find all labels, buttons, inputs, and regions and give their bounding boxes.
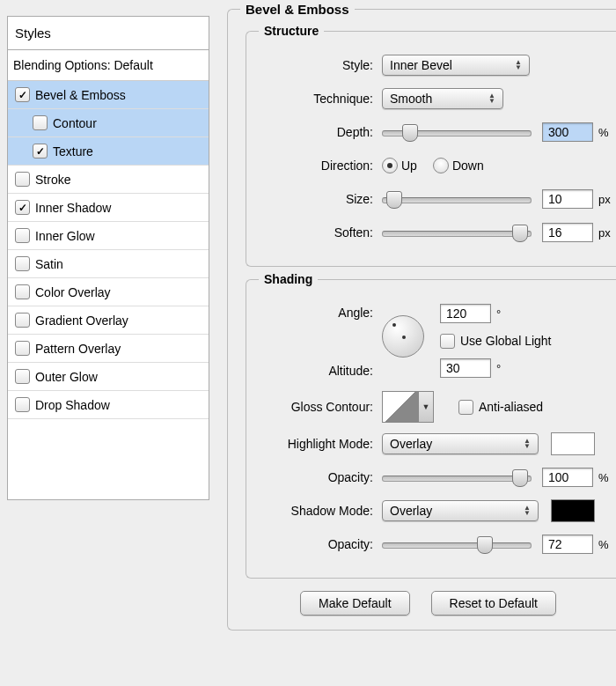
shading-legend: Shading: [259, 272, 318, 286]
structure-group: Structure Style: Inner Bevel ▲▼ Techniqu…: [246, 31, 616, 267]
highlight-opacity-label: Opacity:: [259, 470, 382, 484]
style-checkbox[interactable]: [15, 172, 30, 187]
style-checkbox[interactable]: [15, 369, 30, 384]
panel-title: Bevel & Emboss: [240, 2, 355, 17]
sidebar-item[interactable]: Inner Glow: [8, 222, 209, 250]
shading-group: Shading Angle: Altitude: °: [246, 279, 616, 579]
global-light-checkbox[interactable]: [440, 334, 455, 349]
shadow-mode-label: Shadow Mode:: [259, 504, 382, 518]
sidebar-item-label: Texture: [53, 144, 93, 159]
soften-slider[interactable]: [382, 225, 532, 240]
soften-input[interactable]: [542, 223, 593, 242]
style-checkbox[interactable]: [15, 397, 30, 412]
sidebar-item-label: Bevel & Emboss: [35, 88, 126, 102]
sidebar-item-label: Inner Shadow: [35, 201, 111, 215]
sidebar-item[interactable]: Inner Shadow: [8, 194, 209, 222]
sidebar-item-label: Stroke: [35, 173, 70, 187]
select-arrows-icon: ▲▼: [524, 505, 531, 516]
shadow-color-swatch[interactable]: [551, 499, 595, 522]
shadow-opacity-slider[interactable]: [382, 536, 532, 552]
style-checkbox[interactable]: [15, 87, 30, 102]
sidebar-item[interactable]: Contour: [8, 109, 209, 137]
shadow-opacity-input[interactable]: [542, 535, 593, 554]
style-checkbox[interactable]: [15, 284, 30, 299]
highlight-color-swatch[interactable]: [551, 432, 595, 455]
sidebar-item[interactable]: Stroke: [8, 166, 209, 194]
sidebar-item[interactable]: Satin: [8, 250, 209, 278]
highlight-opacity-slider[interactable]: [382, 469, 532, 485]
size-label: Size:: [259, 192, 382, 206]
style-checkbox[interactable]: [15, 341, 30, 356]
altitude-input[interactable]: [440, 358, 491, 378]
highlight-mode-label: Highlight Mode:: [259, 437, 382, 451]
highlight-mode-select[interactable]: Overlay ▲▼: [382, 433, 539, 454]
styles-sidebar: Styles Blending Options: Default Bevel &…: [7, 16, 209, 500]
sidebar-item[interactable]: Color Overlay: [8, 278, 209, 306]
direction-label: Direction:: [259, 159, 382, 173]
direction-up-radio[interactable]: [382, 158, 398, 173]
sidebar-item[interactable]: Pattern Overlay: [8, 335, 209, 363]
sidebar-item-label: Outer Glow: [35, 370, 98, 384]
soften-unit: px: [598, 226, 611, 240]
sidebar-item-label: Drop Shadow: [35, 398, 110, 412]
depth-label: Depth:: [259, 125, 382, 139]
anti-aliased-checkbox[interactable]: [458, 400, 473, 415]
sidebar-item-label: Pattern Overlay: [35, 342, 121, 356]
style-checkbox[interactable]: [33, 144, 48, 159]
angle-unit: °: [496, 307, 501, 321]
percent-unit: %: [598, 538, 609, 551]
depth-input[interactable]: [542, 122, 593, 142]
blending-options-row[interactable]: Blending Options: Default: [8, 50, 209, 81]
shadow-mode-select[interactable]: Overlay ▲▼: [382, 500, 539, 521]
gloss-contour-swatch[interactable]: [382, 391, 419, 423]
select-arrows-icon: ▲▼: [515, 60, 522, 70]
select-arrows-icon: ▲▼: [524, 439, 531, 449]
angle-label: Angle:: [259, 301, 373, 324]
direction-down-label: Down: [452, 159, 484, 173]
gloss-contour-dropdown[interactable]: ▼: [419, 391, 434, 423]
reset-default-button[interactable]: Reset to Default: [431, 591, 556, 616]
angle-input[interactable]: [440, 304, 491, 323]
bevel-emboss-panel: Bevel & Emboss Structure Style: Inner Be…: [227, 9, 616, 631]
sidebar-item-label: Inner Glow: [35, 229, 95, 243]
shadow-mode-value: Overlay: [390, 504, 432, 518]
size-slider[interactable]: [382, 191, 532, 207]
style-checkbox[interactable]: [15, 228, 30, 243]
highlight-opacity-input[interactable]: [542, 468, 593, 487]
style-value: Inner Bevel: [390, 58, 452, 72]
style-checkbox[interactable]: [15, 256, 30, 271]
style-checkbox[interactable]: [15, 200, 30, 215]
direction-down-radio[interactable]: [433, 158, 449, 173]
altitude-unit: °: [496, 362, 501, 375]
sidebar-item[interactable]: Bevel & Emboss: [8, 81, 209, 109]
technique-select[interactable]: Smooth ▲▼: [382, 88, 503, 109]
angle-dial[interactable]: [382, 315, 424, 358]
make-default-button[interactable]: Make Default: [300, 591, 409, 616]
style-checkbox[interactable]: [15, 313, 30, 328]
depth-slider[interactable]: [382, 124, 532, 140]
anti-aliased-label: Anti-aliased: [479, 400, 543, 414]
global-light-label: Use Global Light: [460, 334, 552, 348]
sidebar-item-label: Contour: [53, 116, 97, 130]
sidebar-item-label: Color Overlay: [35, 285, 111, 299]
size-unit: px: [598, 193, 611, 206]
sidebar-item[interactable]: Drop Shadow: [8, 391, 209, 419]
sidebar-item[interactable]: Gradient Overlay: [8, 306, 209, 335]
size-input[interactable]: [542, 189, 593, 209]
percent-unit: %: [598, 471, 609, 484]
gloss-contour-label: Gloss Contour:: [259, 400, 382, 414]
style-select[interactable]: Inner Bevel ▲▼: [382, 55, 530, 76]
technique-label: Technique:: [259, 92, 382, 106]
select-arrows-icon: ▲▼: [488, 93, 495, 104]
sidebar-item[interactable]: Texture: [8, 137, 209, 166]
sidebar-item-label: Gradient Overlay: [35, 313, 128, 328]
technique-value: Smooth: [390, 92, 432, 106]
altitude-label: Altitude:: [259, 359, 373, 382]
highlight-mode-value: Overlay: [390, 437, 432, 451]
depth-unit: %: [598, 126, 609, 139]
shadow-opacity-label: Opacity:: [259, 537, 382, 551]
sidebar-item[interactable]: Outer Glow: [8, 363, 209, 391]
style-checkbox[interactable]: [33, 115, 48, 130]
sidebar-item-label: Satin: [35, 257, 63, 271]
direction-up-label: Up: [401, 159, 417, 173]
